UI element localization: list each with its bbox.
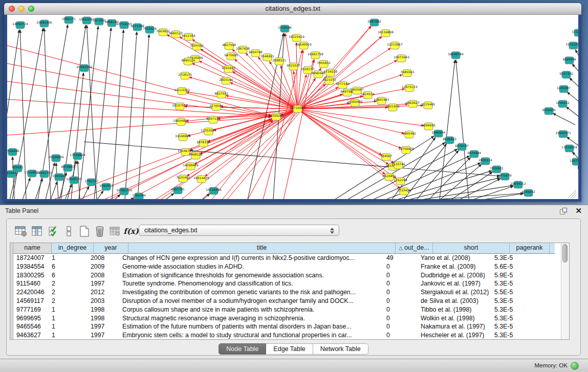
graph-node-label: 7462667 <box>350 87 364 91</box>
table-cell: 2009 <box>88 262 119 271</box>
table-row[interactable]: 977716911998Corpus callosum shape and si… <box>13 305 555 314</box>
table-cell: Estimation of significance thresholds fo… <box>119 271 383 280</box>
table-cell: 5.3E-5 <box>491 331 528 340</box>
graph-node-label: 9498222 <box>189 152 203 156</box>
graph-node-label: 15751074 <box>565 42 578 46</box>
sort-ascending-icon: △ <box>399 245 403 251</box>
graph-node-label: 2092171 <box>62 17 76 20</box>
memory-status-indicator[interactable] <box>571 362 579 370</box>
graph-node-label: 12505135 <box>66 177 82 181</box>
graph-edge <box>112 30 123 199</box>
graph-node-label: 784067 <box>380 154 392 158</box>
delete-column-icon[interactable] <box>93 224 107 238</box>
graph-node-label: 20053346 <box>76 65 92 69</box>
scrollbar-thumb[interactable] <box>562 244 568 262</box>
graph-node-label: 12213393 <box>174 88 190 92</box>
import-table-icon[interactable] <box>108 224 122 238</box>
column-header-name[interactable]: name <box>13 243 52 253</box>
table-cell: 5.3E-5 <box>491 314 528 323</box>
column-header-short[interactable]: short <box>433 243 510 253</box>
graph-node-label: 9960123 <box>169 31 183 35</box>
table-cell: 0 <box>383 331 418 340</box>
table-cell: 0 <box>383 288 418 297</box>
window-title: citations_edges.txt <box>4 3 581 14</box>
table-cell: 9463627 <box>13 331 49 340</box>
row-height-icon[interactable] <box>62 224 76 238</box>
graph-node-label: 14099489 <box>183 163 199 167</box>
table-cell: 2003 <box>88 297 119 305</box>
close-panel-icon[interactable]: ✕ <box>575 206 582 215</box>
table-row[interactable]: 2242004622012Investigating the contribut… <box>13 288 555 297</box>
table-cell: 5.3E-5 <box>491 305 528 314</box>
table-cell: 1998 <box>88 314 119 323</box>
graph-node-label: 18325419 <box>289 35 304 38</box>
table-cell: 9465546 <box>13 322 49 331</box>
maximize-button[interactable] <box>28 6 34 12</box>
table-row[interactable]: 1830029562008Estimation of significance … <box>13 271 555 280</box>
graph-node-label: 9463627 <box>406 101 420 104</box>
graph-edge <box>297 109 402 148</box>
selected-table-name: citations_edges.txt <box>144 227 198 234</box>
tab-network-table[interactable]: Network Table <box>313 343 368 355</box>
table-scrollbar[interactable] <box>561 243 569 339</box>
table-panel-title: Table Panel <box>5 207 38 214</box>
tab-edge-table[interactable]: Edge Table <box>266 343 313 355</box>
graph-node-label: 1733426 <box>397 188 411 192</box>
network-window-frame: 1872400714055724206914062092171106532671… <box>4 15 581 202</box>
column-header-pagerank[interactable]: pagerank <box>510 243 550 253</box>
float-panel-icon[interactable] <box>560 208 568 215</box>
table-cell: 5.6E-5 <box>491 262 528 271</box>
graph-node-label: 2718170 <box>178 73 192 76</box>
table-select-dropdown[interactable]: citations_edges.txt <box>139 225 339 236</box>
table-cell: Hescheler et al. (1997) <box>418 331 491 340</box>
table-row[interactable]: 1872400712008Changes of HCN gene express… <box>13 254 555 262</box>
network-window-titlebar[interactable]: citations_edges.txt <box>4 3 581 15</box>
graph-node-label: 10654112 <box>510 182 526 185</box>
node-table-settings-icon[interactable] <box>14 224 28 238</box>
table-row[interactable]: 946362711997Embryonic stem cells: a mode… <box>13 331 555 340</box>
graph-edge <box>284 60 314 199</box>
create-column-icon[interactable] <box>77 224 92 238</box>
table-cell: Nakamura et al. (1997) <box>418 322 491 331</box>
resize-grip-icon[interactable] <box>571 192 576 198</box>
table-row[interactable]: 1938455462009Genome-wide association stu… <box>13 262 555 271</box>
graph-node-label: 8471676 <box>498 173 512 177</box>
graph-node-label: 1167534 <box>570 159 578 162</box>
graph-edge <box>456 60 469 199</box>
table-cell: 18300295 <box>13 271 49 280</box>
resize-grip-icon[interactable] <box>573 195 576 198</box>
table-row[interactable]: 911546021997Tourette syndrome. Phenomeno… <box>13 279 555 288</box>
table-row[interactable]: 946554611997Estimation of the future num… <box>13 322 555 331</box>
graph-node-label: 7632621 <box>490 166 504 170</box>
table-cell: 18724007 <box>13 254 49 262</box>
function-builder-icon[interactable]: f(x) <box>122 224 140 238</box>
close-button[interactable] <box>9 6 15 12</box>
table-cell: 14569117 <box>13 297 49 305</box>
select-visible-columns-icon[interactable] <box>47 224 61 238</box>
network-canvas[interactable]: 1872400714055724206914062092171106532671… <box>7 15 578 199</box>
column-header-title[interactable]: title <box>128 243 396 253</box>
graph-node-label: 7485063 <box>400 70 414 74</box>
minimize-button[interactable] <box>18 6 25 12</box>
graph-node-label: 8454749 <box>249 50 263 54</box>
graph-edge <box>297 109 388 164</box>
column-header-year[interactable]: year <box>94 243 128 253</box>
table-cell: 1 <box>49 331 88 340</box>
column-header-in_degree[interactable]: in_degree <box>52 243 94 253</box>
table-cell: Dudbridge et al. (2008) <box>418 271 491 280</box>
graph-edge <box>46 163 55 199</box>
graph-node-label: 7663822 <box>156 29 170 33</box>
graph-node-label: 1965492 <box>402 132 416 135</box>
table-cell: 9115460 <box>13 279 49 288</box>
table-row[interactable]: 969969511998Structural magnetic resonanc… <box>13 314 555 323</box>
show-columns-icon[interactable] <box>30 224 45 238</box>
table-row[interactable]: 1456911722003Disruption of a novel membe… <box>13 297 555 305</box>
table-cell: 2 <box>49 288 88 297</box>
graph-edge <box>575 50 578 63</box>
column-header-out_de[interactable]: △out_de... <box>396 243 433 253</box>
graph-node-label: 1252254 <box>394 178 407 182</box>
network-window: citations_edges.txt 18724007140557242069… <box>4 3 581 202</box>
graph-node-label: 5878334 <box>197 140 210 144</box>
tab-node-table[interactable]: Node Table <box>219 343 266 355</box>
graph-node-label: 9699695 <box>422 123 435 127</box>
